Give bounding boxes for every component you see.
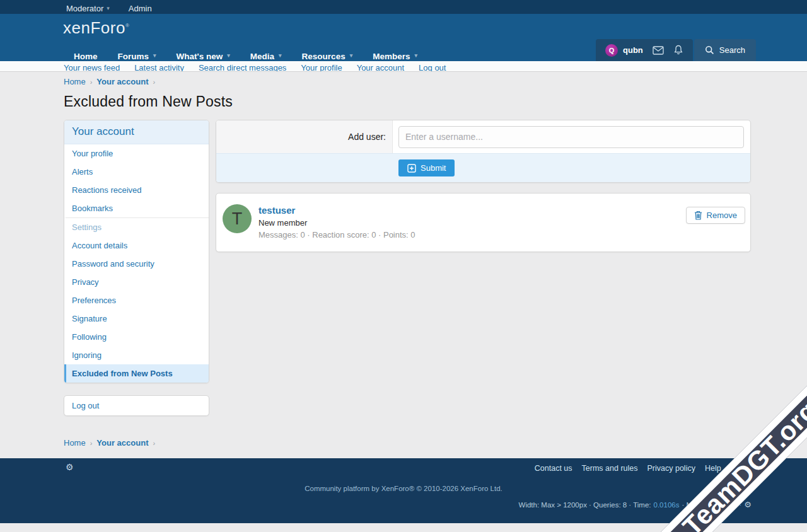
nav-label: Forums	[118, 50, 149, 61]
sidebar-item-preferences[interactable]: Preferences	[64, 291, 209, 309]
style-chooser-gear-icon[interactable]: ⚙	[66, 462, 74, 472]
logo-foro: Foro	[90, 18, 125, 37]
page-title: Excluded from New Posts	[64, 93, 751, 110]
breadcrumb-separator-icon: ›	[90, 78, 93, 86]
plus-square-icon	[407, 164, 416, 173]
add-user-form: Add user: Submit	[216, 120, 751, 183]
account-menu-block: Your account Your profile Alerts Reactio…	[64, 120, 209, 383]
account-sidebar: Your account Your profile Alerts Reactio…	[64, 120, 209, 416]
submit-button[interactable]: Submit	[398, 159, 455, 176]
user-stats: Messages: 0 · Reaction score: 0 · Points…	[258, 230, 415, 240]
avatar: Q	[605, 44, 618, 57]
remove-button[interactable]: Remove	[686, 207, 745, 224]
breadcrumb-home[interactable]: Home	[64, 77, 86, 86]
sidebar-item-following[interactable]: Following	[64, 328, 209, 346]
account-subnav: Your news feed Latest activity Search di…	[0, 61, 807, 72]
chevron-down-icon: ▾	[279, 53, 282, 59]
sidebar-item-log-out[interactable]: Log out	[64, 396, 209, 415]
nav-item-resources[interactable]: Resources▾	[292, 50, 363, 61]
messages-icon[interactable]	[653, 46, 664, 55]
debug-time-link[interactable]: 0.0106s	[654, 501, 680, 509]
copyright-notice: Community platform by XenForo® © 2010-20…	[0, 485, 807, 492]
sidebar-subheading-settings: Settings	[64, 217, 209, 236]
alerts-bell-icon[interactable]	[673, 45, 683, 55]
user-title: New member	[258, 218, 415, 228]
nav-item-home[interactable]: Home	[64, 50, 108, 61]
admin-link[interactable]: Admin	[129, 4, 152, 13]
breadcrumb-separator-icon: ›	[90, 439, 93, 447]
breadcrumb-separator-icon: ›	[153, 439, 155, 447]
search-label: Search	[719, 45, 745, 55]
sidebar-item-password-and-security[interactable]: Password and security	[64, 255, 209, 273]
search-button[interactable]: Search	[694, 39, 756, 61]
user-link-testuser[interactable]: testuser	[258, 205, 415, 216]
debug-gear-icon[interactable]: ⚙	[744, 500, 752, 509]
subnav-search-direct-messages[interactable]: Search direct messages	[199, 61, 286, 71]
nav-item-whats-new[interactable]: What's new▾	[166, 50, 240, 61]
breadcrumb-separator-icon: ›	[153, 78, 155, 86]
logo-trademark: ®	[125, 23, 129, 28]
form-submit-row: Submit	[216, 153, 750, 182]
sidebar-item-signature[interactable]: Signature	[64, 309, 209, 328]
chevron-down-icon: ▾	[227, 53, 230, 59]
sidebar-item-privacy[interactable]: Privacy	[64, 273, 209, 291]
subnav-your-profile[interactable]: Your profile	[301, 61, 342, 71]
excluded-user-card: T testuser New member Messages: 0 · Reac…	[216, 193, 751, 252]
nav-item-media[interactable]: Media▾	[240, 50, 292, 61]
subnav-news-feed[interactable]: Your news feed	[64, 61, 120, 71]
sidebar-item-reactions-received[interactable]: Reactions received	[64, 181, 209, 199]
breadcrumb: Home › Your account ›	[64, 77, 751, 86]
user-menu[interactable]: Q qubn	[605, 44, 643, 57]
account-tab: Q qubn	[596, 39, 693, 61]
sidebar-item-bookmarks[interactable]: Bookmarks	[64, 199, 209, 217]
footer-link-privacy-policy[interactable]: Privacy policy	[647, 464, 695, 473]
debug-memory-link[interactable]: MB ·	[726, 501, 741, 509]
sidebar-item-account-details[interactable]: Account details	[64, 236, 209, 255]
site-footer: ⚙ Contact us Terms and rules Privacy pol…	[0, 458, 807, 523]
xenforo-logo[interactable]: xenForo®	[63, 18, 129, 38]
add-user-label: Add user:	[216, 120, 393, 153]
moderator-menu-label: Moderator	[66, 4, 103, 13]
sidebar-header-your-account: Your account	[64, 120, 209, 144]
sidebar-item-excluded-from-new-posts[interactable]: Excluded from New Posts	[64, 364, 209, 383]
sidebar-item-your-profile[interactable]: Your profile	[64, 144, 209, 163]
subnav-latest-activity[interactable]: Latest activity	[134, 61, 184, 71]
chevron-down-icon: ▾	[107, 6, 110, 11]
avatar-letter: T	[232, 209, 243, 229]
nav-label: Home	[74, 50, 98, 61]
remove-label: Remove	[707, 211, 737, 220]
site-header: xenForo® Home Forums▾ What's new▾ Media▾…	[0, 14, 807, 61]
debug-mid: · M	[682, 501, 692, 509]
nav-item-forums[interactable]: Forums▾	[108, 50, 166, 61]
username-input[interactable]	[398, 126, 744, 148]
breadcrumb-home[interactable]: Home	[64, 438, 86, 448]
footer-link-terms-and-rules[interactable]: Terms and rules	[582, 464, 638, 473]
avatar[interactable]: T	[223, 204, 252, 233]
debug-prefix: Width: Max > 1200px · Queries: 8 · Time:	[519, 501, 651, 509]
main-panel: Add user: Submit	[216, 120, 751, 252]
sidebar-item-ignoring[interactable]: Ignoring	[64, 346, 209, 364]
admin-toolbar: Moderator ▾ Admin	[0, 0, 807, 14]
footer-links: Contact us Terms and rules Privacy polic…	[535, 464, 752, 473]
nav-label: What's new	[177, 50, 223, 61]
submit-label: Submit	[421, 163, 446, 173]
breadcrumb-your-account[interactable]: Your account	[96, 438, 148, 448]
footer-link-help[interactable]: Help	[705, 464, 721, 473]
logo-xen: xen	[63, 18, 90, 37]
nav-label: Members	[373, 50, 410, 61]
breadcrumb-your-account[interactable]: Your account	[96, 77, 148, 86]
subnav-log-out[interactable]: Log out	[419, 61, 446, 71]
nav-item-members[interactable]: Members▾	[363, 50, 427, 61]
chevron-down-icon: ▾	[414, 53, 417, 59]
nav-label: Media	[250, 50, 274, 61]
moderator-menu[interactable]: Moderator ▾	[66, 4, 110, 13]
logout-block: Log out	[64, 395, 209, 416]
admin-link-label: Admin	[129, 4, 152, 13]
subnav-your-account[interactable]: Your account	[357, 61, 404, 71]
header-account-area: Q qubn Search	[596, 39, 756, 61]
footer-link-contact-us[interactable]: Contact us	[535, 464, 572, 473]
sidebar-item-alerts[interactable]: Alerts	[64, 163, 209, 181]
chevron-down-icon: ▾	[153, 53, 156, 59]
footer-link-home[interactable]: Home	[731, 464, 752, 473]
trash-icon	[694, 211, 702, 220]
